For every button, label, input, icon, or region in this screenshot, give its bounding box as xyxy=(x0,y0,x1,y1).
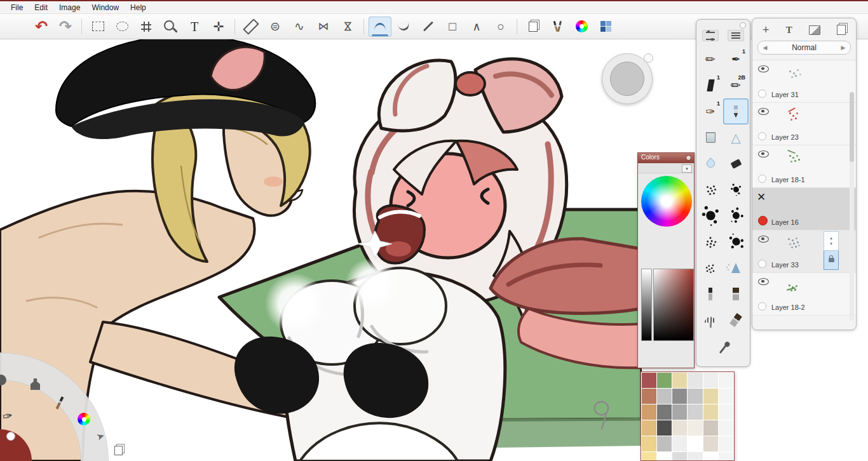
spatter-fine-brush[interactable] xyxy=(698,177,723,203)
swatch-7[interactable] xyxy=(657,389,672,404)
text-layer-button[interactable]: T xyxy=(786,25,792,35)
airbrush-brush[interactable] xyxy=(723,255,749,281)
swatch-4[interactable] xyxy=(703,373,718,388)
ellipse-guide-tool-button[interactable]: ⊜ xyxy=(264,17,287,37)
swatch-19[interactable] xyxy=(657,420,672,436)
spatter-ink-brush[interactable] xyxy=(723,177,749,203)
brush-library-tool-button[interactable] xyxy=(546,17,569,37)
layer-color-marker[interactable] xyxy=(758,175,766,183)
flat-brush-brush[interactable] xyxy=(723,281,749,307)
eyedropper-button[interactable] xyxy=(710,335,736,361)
redo-tool-button[interactable]: ↷ xyxy=(54,17,77,37)
water-drop-brush[interactable] xyxy=(698,150,723,177)
swatch-12[interactable] xyxy=(642,404,656,420)
spinner-up-icon[interactable]: ▴ xyxy=(830,236,832,241)
swatch-29[interactable] xyxy=(719,436,733,451)
brush-settings-button[interactable] xyxy=(702,30,719,41)
swatch-0[interactable] xyxy=(642,373,656,388)
swatch-31[interactable] xyxy=(657,452,672,461)
brush-panel-close-icon[interactable] xyxy=(740,22,746,29)
swatch-16[interactable] xyxy=(703,404,718,420)
splat-heavy-brush[interactable] xyxy=(698,203,723,229)
angled-brush-brush[interactable] xyxy=(723,307,749,333)
layer-color-marker[interactable] xyxy=(758,302,766,311)
add-layer-button[interactable]: + xyxy=(763,24,770,36)
swatch-3[interactable] xyxy=(688,373,702,388)
layer-visible-eye-icon[interactable] xyxy=(758,108,769,115)
undo-tool-button[interactable]: ↶ xyxy=(30,17,53,37)
ink-nib-brush[interactable]: ✑1 xyxy=(698,98,723,124)
color-wheel-tool-button[interactable] xyxy=(570,17,593,37)
line-tool-button[interactable] xyxy=(417,17,440,37)
grayscale-ramp[interactable] xyxy=(641,269,652,341)
copy-merged-tool-button[interactable] xyxy=(522,17,545,37)
layer-visible-eye-icon[interactable] xyxy=(758,65,769,72)
symmetry-y-tool-button[interactable]: ⋈ xyxy=(312,17,335,37)
layers-scrollbar-thumb[interactable] xyxy=(850,92,854,162)
swatch-27[interactable] xyxy=(688,436,702,451)
layer-lock-cell[interactable] xyxy=(824,251,839,270)
fan-brush-brush[interactable] xyxy=(698,307,723,333)
move-tool-button[interactable]: ✛ xyxy=(207,17,230,37)
colors-panel-titlebar[interactable]: Colors xyxy=(638,153,694,163)
swatch-11[interactable] xyxy=(719,389,733,404)
swatch-13[interactable] xyxy=(657,404,672,420)
swatch-15[interactable] xyxy=(688,404,702,420)
rectangle-tool-button[interactable]: □ xyxy=(441,17,464,37)
swatch-30[interactable] xyxy=(642,452,656,461)
lasso-select-tool-button[interactable] xyxy=(111,17,133,37)
layer-color-marker[interactable] xyxy=(758,90,766,98)
swatch-23[interactable] xyxy=(719,420,733,436)
polyline-curve-tool-button[interactable] xyxy=(393,17,416,37)
swatch-10[interactable] xyxy=(703,389,718,404)
crop-tool-button[interactable] xyxy=(135,17,158,37)
splat-drip-brush[interactable] xyxy=(723,203,749,229)
polyline-tool-button[interactable]: ∧ xyxy=(465,17,488,37)
menu-edit[interactable]: Edit xyxy=(29,3,53,12)
layer-row-layer-18-2[interactable]: Layer 18-2 xyxy=(752,273,856,316)
swatch-2[interactable] xyxy=(672,373,687,388)
layer-row-layer-23[interactable]: Layer 23 xyxy=(752,103,856,145)
swatch-14[interactable] xyxy=(672,404,687,420)
swatch-25[interactable] xyxy=(657,436,672,451)
swatch-34[interactable] xyxy=(703,452,718,461)
swatch-5[interactable] xyxy=(719,373,733,388)
colors-panel-close-icon[interactable] xyxy=(686,155,691,161)
symmetry-x-tool-button[interactable]: ⋈ xyxy=(336,17,359,37)
pencil-brush[interactable]: ✏ xyxy=(698,46,723,72)
spatter-sparse-brush[interactable] xyxy=(698,255,723,281)
swatch-17[interactable] xyxy=(719,404,733,420)
swatch-palette-tool-button[interactable] xyxy=(594,17,617,37)
color-puck-handle[interactable] xyxy=(644,53,653,63)
ellipse-tool-button[interactable]: ○ xyxy=(489,17,512,37)
swatch-28[interactable] xyxy=(703,436,718,451)
menu-window[interactable]: Window xyxy=(86,3,125,12)
swatch-33[interactable] xyxy=(688,452,702,461)
swatch-22[interactable] xyxy=(703,420,718,436)
layer-scroll-control[interactable]: ▴▾ xyxy=(824,231,839,272)
eraser-brush[interactable] xyxy=(723,150,749,177)
layer-color-marker[interactable] xyxy=(758,260,766,268)
swatch-8[interactable] xyxy=(672,389,687,404)
layer-visible-eye-icon[interactable] xyxy=(758,278,769,285)
curve-tool-button[interactable] xyxy=(369,17,391,37)
layer-color-marker[interactable] xyxy=(758,132,766,140)
colors-dropdown-button[interactable]: ▼ xyxy=(682,164,692,173)
color-wheel[interactable] xyxy=(641,176,692,227)
layer-row-layer-31[interactable]: Layer 31 xyxy=(752,60,856,103)
import-image-button[interactable] xyxy=(809,25,820,35)
swatch-26[interactable] xyxy=(672,436,687,451)
swatch-21[interactable] xyxy=(688,420,702,436)
menu-file[interactable]: File xyxy=(5,3,29,12)
blend-mode-selector[interactable]: ◀ Normal ▶ xyxy=(757,41,851,55)
menu-help[interactable]: Help xyxy=(125,3,152,12)
swatch-35[interactable] xyxy=(719,452,733,461)
swatch-9[interactable] xyxy=(688,389,702,404)
ruler-tool-button[interactable] xyxy=(240,17,262,37)
layer-spinner[interactable]: ▴▾ xyxy=(824,231,839,251)
layer-color-marker[interactable] xyxy=(758,216,768,225)
swatch-18[interactable] xyxy=(642,420,656,436)
blend-next-icon[interactable]: ▶ xyxy=(839,44,848,51)
spatter-diagonal-brush[interactable] xyxy=(698,229,723,255)
layer-marked-icon[interactable]: ✕ xyxy=(757,190,766,204)
